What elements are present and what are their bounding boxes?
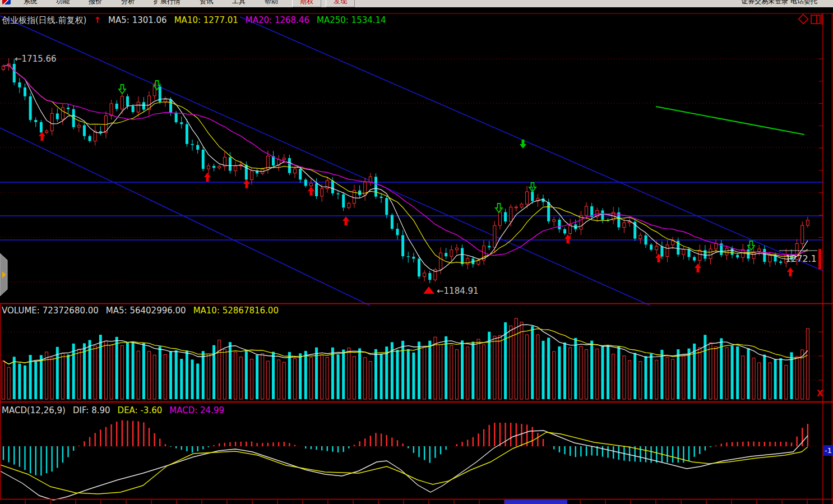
main-chart-header: 创业板指(日线.前复权) ↑ MA5: 1301.06 MA10: 1277.0… bbox=[2, 15, 386, 26]
panel-chrome-layer bbox=[0, 13, 833, 504]
macd-params: MACD(12,26,9) bbox=[2, 405, 66, 415]
macd-layer bbox=[0, 420, 808, 500]
ma250-value: MA250: 1534.14 bbox=[317, 15, 386, 26]
window-icon bbox=[811, 15, 820, 24]
sidebar-expander[interactable] bbox=[0, 253, 7, 296]
dea-value: DEA: -3.60 bbox=[118, 405, 163, 415]
trading-app-window: 系统 功能 报价 分析 扩展行情 资讯 工具 帮助 期权 发现 证券交易未登录 … bbox=[0, 0, 833, 504]
pane-icons[interactable] bbox=[799, 14, 822, 25]
svg-text:←1184.91: ←1184.91 bbox=[437, 286, 479, 296]
volume-pane-header: VOLUME: 72372680.00 MA5: 56402996.00 MA1… bbox=[2, 306, 279, 316]
symbol-title: 创业板指(日线.前复权) bbox=[2, 15, 86, 26]
moving-average-layer bbox=[3, 65, 808, 271]
ma10-value: MA10: 1277.01 bbox=[174, 15, 238, 26]
macd-pane-header: MACD(12,26,9) DIF: 8.90 DEA: -3.60 MACD:… bbox=[2, 405, 224, 415]
chart-canvas[interactable]: ←1715.66←1184.911272.1 bbox=[0, 0, 833, 504]
volume-ma5-value: MA5: 56402996.00 bbox=[106, 306, 186, 316]
svg-text:1272.1: 1272.1 bbox=[785, 253, 817, 264]
volume-ma10-value: MA10: 52867816.00 bbox=[193, 306, 279, 316]
macd-value: MACD: 24.99 bbox=[169, 405, 224, 415]
svg-text:←1715.66: ←1715.66 bbox=[15, 54, 57, 64]
trend-up-icon: ↑ bbox=[94, 15, 101, 26]
axis-x-label: X bbox=[817, 389, 823, 399]
volume-value: VOLUME: 72372680.00 bbox=[2, 306, 99, 316]
volume-layer bbox=[2, 318, 809, 399]
signal-arrow-layer bbox=[39, 81, 794, 276]
diamond-icon bbox=[799, 15, 808, 24]
macd-axis-badge: -1 bbox=[823, 445, 833, 456]
dif-value: DIF: 8.90 bbox=[73, 405, 110, 415]
ma20-value: MA20: 1268.46 bbox=[246, 15, 309, 26]
ma5-value: MA5: 1301.06 bbox=[108, 15, 167, 26]
